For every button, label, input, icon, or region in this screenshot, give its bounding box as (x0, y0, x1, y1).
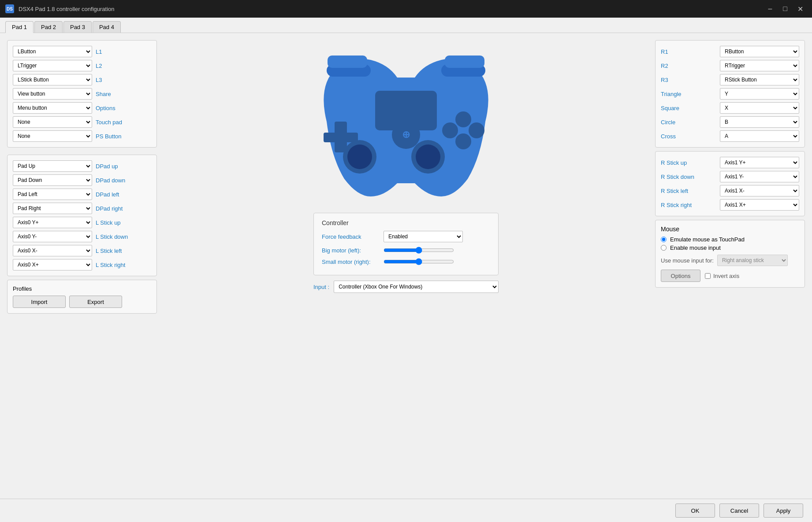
tab-pad1[interactable]: Pad 1 (5, 21, 34, 33)
dpad-right-select[interactable]: Pad RightNone (13, 203, 92, 214)
maximize-button[interactable]: □ (778, 2, 792, 15)
rstick-down-row: R Stick down Axis1 Y-None (661, 171, 799, 182)
lstick-left-label: L Stick left (96, 248, 131, 254)
r1-label: R1 (661, 48, 700, 55)
export-button[interactable]: Export (69, 296, 122, 308)
profiles-buttons: Import Export (13, 296, 151, 308)
mapping-row-lstick-left: Axis0 X-None L Stick left (13, 245, 151, 256)
r1-select[interactable]: RButtonNone (720, 46, 799, 57)
svg-text:⊕: ⊕ (402, 129, 410, 140)
mapping-row-touchpad: NoneLButton Touch pad (13, 116, 151, 128)
right-stick-mappings-section: R Stick up Axis1 Y+None R Stick down Axi… (655, 151, 805, 216)
rstick-left-select[interactable]: Axis1 X-None (720, 185, 799, 196)
tab-pad4[interactable]: Pad 4 (93, 21, 121, 33)
rstick-down-select[interactable]: Axis1 Y-None (720, 171, 799, 182)
right-row-r3: R3 RStick ButtonNone (661, 74, 799, 85)
dpad-up-label: DPad up (96, 163, 131, 170)
touchpad-select[interactable]: NoneLButton (13, 116, 92, 128)
dpad-down-label: DPad down (96, 177, 131, 184)
lstick-right-label: L Stick right (96, 262, 131, 268)
cancel-button[interactable]: Cancel (719, 503, 759, 518)
profiles-title: Profiles (13, 285, 151, 292)
mapping-row-ps: NoneLButton PS Button (13, 130, 151, 142)
cross-label: Cross (661, 133, 700, 140)
r2-select[interactable]: RTriggerNone (720, 60, 799, 71)
share-label: Share (96, 91, 131, 97)
svg-rect-16 (445, 56, 484, 68)
rstick-up-label: R Stick up (661, 159, 700, 166)
rstick-right-select[interactable]: Axis1 X+None (720, 199, 799, 211)
import-button[interactable]: Import (13, 296, 66, 308)
lstick-up-select[interactable]: Axis0 Y+None (13, 217, 92, 228)
controller-box-title: Controller (322, 219, 490, 226)
input-select[interactable]: Controller (Xbox One For Windows) (334, 281, 499, 293)
cross-select[interactable]: ANone (720, 130, 799, 142)
dpad-up-select[interactable]: Pad UpNone (13, 160, 92, 172)
l3-label: L3 (96, 77, 131, 83)
share-select[interactable]: View buttonNone (13, 88, 92, 100)
main-window: Pad 1 Pad 2 Pad 3 Pad 4 LButtonNoneRButt… (0, 18, 812, 522)
button-mappings-section: LButtonNoneRButton L1 LTriggerNone L2 LS… (7, 40, 157, 148)
svg-point-4 (416, 144, 440, 169)
dpad-left-select[interactable]: Pad LeftNone (13, 189, 92, 200)
controller-settings-box: Controller Force feedback Enabled Disabl… (313, 213, 499, 275)
force-feedback-row: Force feedback Enabled Disabled (322, 231, 490, 242)
lstick-right-select[interactable]: Axis0 X+None (13, 259, 92, 270)
l2-label: L2 (96, 63, 131, 69)
window-title: DSX4 Pad 1.8 controller configuration (19, 6, 764, 12)
ps-select[interactable]: NoneLButton (13, 130, 92, 142)
svg-rect-15 (328, 56, 367, 68)
force-feedback-label: Force feedback (322, 233, 379, 240)
rstick-left-row: R Stick left Axis1 X-None (661, 185, 799, 196)
lstick-down-select[interactable]: Axis0 Y-None (13, 231, 92, 242)
right-row-circle: Circle BNone (661, 116, 799, 128)
rstick-right-row: R Stick right Axis1 X+None (661, 199, 799, 211)
right-row-cross: Cross ANone (661, 130, 799, 142)
options-select[interactable]: Menu buttonNone (13, 102, 92, 114)
tab-pad3[interactable]: Pad 3 (63, 21, 92, 33)
triangle-select[interactable]: YNone (720, 88, 799, 100)
lstick-left-select[interactable]: Axis0 X-None (13, 245, 92, 256)
circle-select[interactable]: BNone (720, 116, 799, 128)
r3-select[interactable]: RStick ButtonNone (720, 74, 799, 85)
emulate-radio[interactable] (661, 237, 667, 242)
rstick-up-select[interactable]: Axis1 Y+None (720, 157, 799, 168)
emulate-label[interactable]: Emulate mouse as TouchPad (670, 236, 745, 243)
bottom-bar: OK Cancel Apply (0, 499, 812, 522)
l1-select[interactable]: LButtonNoneRButton (13, 46, 92, 57)
mapping-row-dpad-down: Pad DownNone DPad down (13, 174, 151, 186)
enable-label[interactable]: Enable mouse input (670, 244, 721, 251)
l3-select[interactable]: LStick ButtonNone (13, 74, 92, 85)
lstick-down-label: L Stick down (96, 233, 131, 240)
ok-button[interactable]: OK (675, 503, 715, 518)
small-motor-slider[interactable] (384, 257, 454, 266)
mapping-row-dpad-left: Pad LeftNone DPad left (13, 189, 151, 200)
right-row-r2: R2 RTriggerNone (661, 60, 799, 71)
dpad-down-select[interactable]: Pad DownNone (13, 174, 92, 186)
minimize-button[interactable]: – (764, 2, 777, 15)
invert-axis-checkbox[interactable] (705, 273, 711, 279)
l2-select[interactable]: LTriggerNone (13, 60, 92, 71)
svg-point-9 (455, 111, 471, 127)
input-label: Input : (313, 284, 329, 290)
title-bar: DS DSX4 Pad 1.8 controller configuration… (0, 0, 812, 18)
invert-axis-label[interactable]: Invert axis (713, 273, 739, 279)
square-select[interactable]: XNone (720, 102, 799, 114)
mouse-options-button[interactable]: Options (661, 270, 700, 282)
options-label: Options (96, 105, 131, 111)
enable-radio[interactable] (661, 245, 667, 251)
mapping-row-lstick-right: Axis0 X+None L Stick right (13, 259, 151, 270)
svg-rect-8 (324, 133, 358, 142)
lstick-up-label: L Stick up (96, 219, 131, 226)
apply-button[interactable]: Apply (764, 503, 803, 518)
rstick-down-label: R Stick down (661, 174, 700, 180)
svg-point-10 (469, 122, 484, 138)
close-button[interactable]: ✕ (793, 2, 807, 15)
mapping-row-share: View buttonNone Share (13, 88, 151, 100)
mapping-row-dpad-right: Pad RightNone DPad right (13, 203, 151, 214)
tab-pad2[interactable]: Pad 2 (34, 21, 63, 33)
force-feedback-select[interactable]: Enabled Disabled (384, 231, 463, 242)
mouse-section: Mouse Emulate mouse as TouchPad Enable m… (655, 220, 805, 288)
controller-svg: ⊕ (291, 42, 521, 205)
big-motor-slider[interactable] (384, 246, 454, 255)
